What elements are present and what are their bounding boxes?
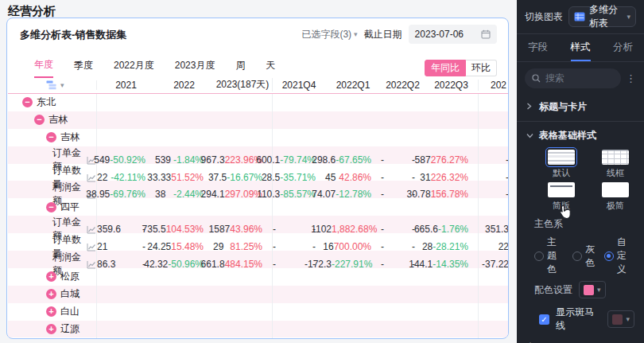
expand-icon[interactable]: + bbox=[46, 289, 56, 299]
dimension-label: 四平 bbox=[60, 201, 80, 214]
data-cell bbox=[273, 129, 325, 146]
data-cell bbox=[381, 337, 425, 339]
column-header-2022Q1: 2022Q1 bbox=[325, 80, 381, 91]
data-cell bbox=[273, 198, 325, 216]
zebra-color-swatch bbox=[612, 314, 623, 325]
column-header-2023(187天): 2023(187天) bbox=[213, 78, 273, 92]
data-cell bbox=[381, 198, 425, 216]
data-cell bbox=[325, 129, 381, 146]
expand-icon[interactable]: + bbox=[46, 324, 56, 334]
data-cell bbox=[97, 286, 155, 303]
data-cell bbox=[213, 198, 273, 216]
row-label-cell: −东北 bbox=[8, 94, 97, 111]
data-cell bbox=[97, 129, 155, 146]
analysis-card[interactable]: 多维分析表-销售数据集 年度季度2022月度2023月度周天 已选字段(3) ▾… bbox=[6, 18, 509, 339]
collapse-icon[interactable]: − bbox=[34, 115, 45, 125]
tab-period-0[interactable]: 年度 bbox=[34, 58, 53, 78]
selected-fields-dropdown[interactable]: 已选字段(3) ▾ bbox=[301, 28, 357, 41]
data-cell bbox=[213, 111, 273, 129]
tab-period-4[interactable]: 周 bbox=[235, 59, 245, 77]
sidebar-tab-1[interactable]: 样式 bbox=[571, 41, 591, 61]
section-table-style[interactable]: 表格基础样式 bbox=[517, 123, 644, 148]
radio-icon bbox=[572, 251, 582, 261]
data-cell bbox=[479, 321, 509, 338]
search-placeholder: 搜索 bbox=[545, 72, 564, 85]
chevron-down-icon: ▾ bbox=[354, 30, 358, 38]
style-option-3[interactable]: 极简 bbox=[593, 182, 638, 212]
search-icon bbox=[532, 74, 541, 83]
expand-icon[interactable]: + bbox=[46, 306, 56, 317]
tab-period-2[interactable]: 2022月度 bbox=[114, 59, 154, 77]
collapse-icon[interactable]: − bbox=[46, 202, 56, 212]
section-title-card[interactable]: 标题与卡片 bbox=[517, 95, 644, 119]
table-style-options: 默认线框简版极简 bbox=[517, 148, 644, 215]
table-row: 订单数量22-42.11%33.3351.52%37.5-16.67%28.5-… bbox=[8, 164, 509, 181]
row-label-cell: −吉林 bbox=[8, 111, 97, 129]
end-date-input[interactable]: 2023-07-06 bbox=[409, 25, 497, 44]
sidebar-tab-0[interactable]: 字段 bbox=[528, 41, 548, 61]
data-cell bbox=[425, 111, 479, 129]
zebra-checkbox[interactable]: ✓ bbox=[539, 314, 549, 325]
collapse-icon[interactable]: − bbox=[46, 132, 56, 142]
tab-period-1[interactable]: 季度 bbox=[74, 59, 93, 77]
tree-outline-icon[interactable] bbox=[46, 80, 56, 90]
data-cell bbox=[325, 286, 381, 303]
data-cell bbox=[213, 286, 273, 303]
dimension-label: 辽源 bbox=[60, 322, 80, 336]
data-cell bbox=[97, 94, 155, 111]
dimension-label: 松原 bbox=[60, 270, 80, 283]
color-setting-label: 配色设置 bbox=[534, 283, 572, 297]
style-option-2[interactable]: 简版 bbox=[539, 182, 584, 212]
chevron-down-icon[interactable]: ▾ bbox=[60, 81, 64, 89]
color-mode-0[interactable]: 主题色 bbox=[534, 236, 564, 276]
data-cell bbox=[97, 321, 155, 338]
style-option-label: 极简 bbox=[593, 200, 638, 212]
row-label-cell: +通化 bbox=[8, 337, 97, 339]
color-setting-dropdown[interactable]: ▾ bbox=[579, 281, 606, 298]
color-mode-1[interactable]: 灰色 bbox=[572, 243, 596, 270]
data-cell bbox=[479, 94, 509, 111]
tab-period-5[interactable]: 天 bbox=[266, 59, 275, 77]
search-input[interactable]: 搜索 bbox=[525, 68, 621, 88]
end-date-value: 2023-07-06 bbox=[415, 29, 464, 40]
data-cell bbox=[273, 286, 325, 303]
style-option-0[interactable]: 默认 bbox=[539, 150, 584, 179]
compare-button-0[interactable]: 年同比 bbox=[425, 60, 466, 76]
row-label-cell: +白山 bbox=[8, 303, 97, 321]
more-options-icon[interactable]: ⋮ bbox=[626, 72, 636, 84]
expand-icon[interactable]: + bbox=[46, 271, 56, 282]
sidebar-tab-2[interactable]: 分析 bbox=[613, 41, 633, 61]
card-toolbar: 已选字段(3) ▾ 截止日期 2023-07-06 bbox=[301, 25, 497, 44]
data-cell bbox=[479, 303, 509, 321]
color-mode-2[interactable]: 自定义 bbox=[604, 236, 634, 276]
table-row: 利润金额38.95-69.76%38-2.44%294.1297.09%110.… bbox=[8, 181, 509, 198]
dimension-label: 吉林 bbox=[48, 113, 68, 127]
dimension-label: 白山 bbox=[60, 305, 80, 318]
zebra-color-dropdown[interactable]: ▾ bbox=[607, 310, 634, 328]
data-cell bbox=[325, 268, 381, 286]
chevron-down-icon: ▾ bbox=[627, 13, 630, 21]
data-cell bbox=[213, 337, 273, 339]
data-cell bbox=[325, 111, 381, 129]
config-sidebar: 切换图表 多维分析表 ▾ 字段样式分析 搜索 ⋮ 标题与卡片 bbox=[517, 0, 644, 343]
data-cell bbox=[381, 129, 425, 146]
chevron-down-icon: ▾ bbox=[597, 286, 601, 294]
column-header-202: 202 bbox=[479, 80, 509, 91]
data-cell bbox=[155, 129, 213, 146]
style-option-label: 线框 bbox=[593, 167, 638, 179]
tab-period-3[interactable]: 2023月度 bbox=[175, 59, 215, 77]
compare-button-1[interactable]: 环比 bbox=[466, 60, 497, 76]
data-cell bbox=[273, 94, 325, 111]
data-cell bbox=[97, 337, 155, 339]
end-date-label: 截止日期 bbox=[364, 28, 402, 41]
data-cell bbox=[479, 198, 509, 216]
collapse-icon[interactable]: − bbox=[22, 97, 33, 107]
data-cell bbox=[381, 94, 425, 111]
chart-type-dropdown[interactable]: 多维分析表 ▾ bbox=[568, 6, 636, 27]
data-cell bbox=[479, 111, 509, 129]
style-option-1[interactable]: 线框 bbox=[593, 150, 638, 179]
style-thumbnail-icon bbox=[548, 182, 575, 197]
row-label-cell: +白城 bbox=[8, 286, 97, 303]
table-row: −吉林 bbox=[8, 111, 509, 129]
data-cell bbox=[155, 268, 213, 286]
